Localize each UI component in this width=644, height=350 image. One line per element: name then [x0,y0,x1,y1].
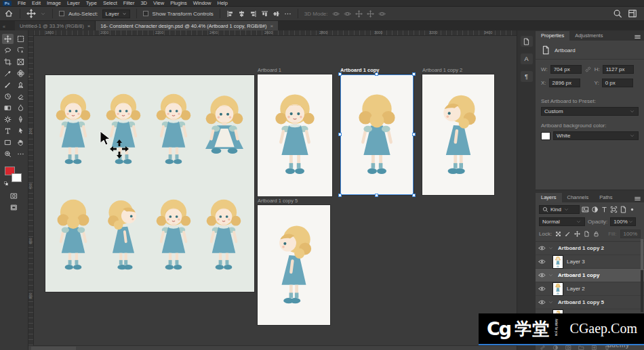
search-icon[interactable] [613,9,622,18]
eye-icon[interactable] [538,285,546,292]
layer-filter-dropdown[interactable]: Kind [539,205,580,214]
marquee-tool[interactable] [15,34,26,44]
object-selection-tool[interactable] [15,45,26,56]
menu-layer[interactable]: Layer [67,0,80,6]
lock-all-icon[interactable] [593,231,599,237]
layer-mask-icon[interactable] [565,345,571,350]
menu-type[interactable]: Type [86,0,97,6]
menu-3d[interactable]: 3D [140,0,147,6]
auto-select-dropdown[interactable]: Layer [102,9,130,18]
eye-icon[interactable] [538,271,546,279]
eye-icon[interactable] [538,258,546,265]
auto-select-checkbox[interactable] [59,11,64,16]
canvas-area[interactable]: 1800 2000 2200 2400 2600 2800 3000 3200 … [28,30,517,350]
artboard-preset-dropdown[interactable]: Custom [541,107,639,116]
eye-icon[interactable] [538,299,546,306]
align-left-edges-icon[interactable] [226,10,234,18]
close-tab-icon[interactable]: × [270,23,273,29]
panel-menu-icon[interactable] [634,195,641,202]
artboard-character-sheet[interactable] [45,75,254,292]
background-color-swatch[interactable] [12,173,22,182]
edit-toolbar-button[interactable] [15,149,26,159]
y-field[interactable]: 0 px [602,79,633,87]
link-icon[interactable] [584,66,592,73]
hand-tool[interactable] [15,137,26,148]
adjustment-layer-icon[interactable] [552,345,559,350]
artboard-1-copy-5[interactable] [258,205,330,325]
lock-position-icon[interactable] [574,231,580,237]
selection-handle[interactable] [412,133,416,136]
move-tool-icon[interactable] [26,9,36,18]
lock-transparency-icon[interactable] [555,231,561,237]
move-tool[interactable] [2,34,14,44]
quick-mask-icon[interactable] [10,192,18,200]
artboard-label[interactable]: Artboard 1 [258,67,281,73]
paragraph-panel-icon[interactable]: ¶ [521,71,533,82]
filter-smart-objects-icon[interactable] [620,206,627,213]
close-tab-icon[interactable]: × [87,23,91,29]
artboard-1-copy-2[interactable] [422,74,494,195]
artboard-1-copy[interactable] [340,74,414,195]
blur-tool[interactable] [15,103,26,113]
screen-mode-icon[interactable] [10,204,18,211]
home-icon[interactable] [4,9,14,18]
gradient-tool[interactable] [2,103,14,113]
more-align-options-icon[interactable] [284,10,291,18]
layer-row-layer-2[interactable]: Layer 2 [536,282,644,296]
selection-handle[interactable] [338,194,342,197]
menu-select[interactable]: Select [103,0,117,6]
pen-tool[interactable] [15,114,26,125]
width-field[interactable]: 704 px [550,65,582,74]
align-right-edges-icon[interactable] [249,10,257,18]
artboard-1[interactable] [258,74,332,196]
menu-window[interactable]: Window [193,0,212,6]
chevron-down-icon[interactable] [548,272,554,278]
show-transform-checkbox[interactable] [143,11,148,16]
artboard-label[interactable]: Artboard 1 copy 5 [258,198,298,204]
brush-tool[interactable] [2,80,14,90]
opacity-field[interactable]: 100% [610,217,636,226]
selection-handle[interactable] [412,194,416,197]
filter-shape-layers-icon[interactable] [610,206,618,213]
chevron-down-icon[interactable] [548,245,554,251]
tool-preset-chevron-icon[interactable] [40,11,46,17]
layer-row-artboard-1-copy-5[interactable]: Artboard 1 copy 5 [536,296,644,309]
spot-healing-tool[interactable] [15,68,26,79]
new-layer-icon[interactable] [591,345,597,350]
artboard-label[interactable]: Artboard 1 copy 2 [422,67,462,73]
filter-type-layers-icon[interactable] [601,206,608,213]
menu-view[interactable]: View [153,0,164,6]
character-panel-icon[interactable]: A [521,53,533,64]
layer-row-layer-3[interactable]: Layer 3 [536,255,644,269]
align-top-edges-icon[interactable] [261,10,268,18]
dodge-tool[interactable] [2,114,14,125]
layers-scrollbar[interactable] [641,239,643,312]
selection-handle[interactable] [375,194,378,197]
history-brush-tool[interactable] [2,91,14,102]
zoom-tool[interactable] [2,149,14,159]
menu-image[interactable]: Image [47,0,61,6]
artboard-label-selected[interactable]: Artboard 1 copy [340,67,380,73]
layer-row-artboard-1-copy-2[interactable]: Artboard 1 copy 2 [536,242,644,255]
new-group-icon[interactable] [578,345,584,350]
type-tool[interactable] [2,126,14,136]
crop-tool[interactable] [2,57,14,67]
eyedropper-tool[interactable] [2,68,14,79]
menu-filter[interactable]: Filter [123,0,135,6]
path-selection-tool[interactable] [15,126,26,136]
clone-stamp-tool[interactable] [15,80,26,90]
menu-file[interactable]: File [18,0,26,6]
selection-handle[interactable] [338,133,342,136]
filter-adjustment-layers-icon[interactable] [591,206,599,213]
selection-handle[interactable] [375,72,378,76]
chevron-down-icon[interactable] [548,299,554,305]
selection-handle[interactable] [338,72,342,76]
x-field[interactable]: 2896 px [549,79,580,87]
document-tab-untitled[interactable]: Untitled-1 @ 33.3% (RGB/8) × [15,21,96,30]
artboard-bg-swatch[interactable] [541,132,550,140]
lock-pixels-icon[interactable] [565,231,571,237]
link-layers-icon[interactable] [540,345,546,350]
selection-handle[interactable] [412,72,416,76]
eraser-tool[interactable] [15,91,26,102]
menu-plugins[interactable]: Plugins [170,0,187,6]
